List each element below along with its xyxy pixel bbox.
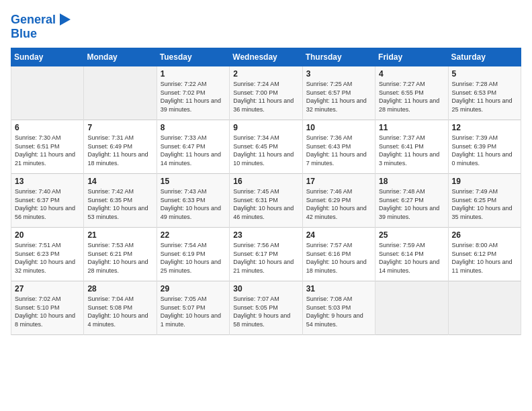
day-number: 16: [233, 177, 298, 186]
day-info: Sunrise: 7:42 AM Sunset: 6:35 PM Dayligh…: [87, 187, 152, 221]
day-info: Sunrise: 7:43 AM Sunset: 6:33 PM Dayligh…: [161, 187, 226, 221]
calendar-cell: 12Sunrise: 7:39 AM Sunset: 6:39 PM Dayli…: [448, 120, 521, 174]
day-number: 6: [15, 123, 80, 132]
calendar-container: General Blue SundayMondayTuesdayWednesda…: [0, 0, 532, 342]
day-header-friday: Friday: [375, 48, 448, 66]
day-info: Sunrise: 7:34 AM Sunset: 6:45 PM Dayligh…: [233, 134, 298, 167]
day-number: 27: [15, 284, 80, 293]
calendar-cell: 24Sunrise: 7:57 AM Sunset: 6:16 PM Dayli…: [302, 228, 375, 281]
day-info: Sunrise: 7:28 AM Sunset: 6:53 PM Dayligh…: [452, 80, 517, 113]
day-number: 1: [161, 69, 226, 79]
day-number: 9: [233, 123, 298, 132]
week-row-2: 6Sunrise: 7:30 AM Sunset: 6:51 PM Daylig…: [11, 120, 521, 174]
day-number: 22: [161, 230, 226, 240]
day-header-saturday: Saturday: [448, 48, 521, 66]
calendar-cell: 14Sunrise: 7:42 AM Sunset: 6:35 PM Dayli…: [84, 174, 157, 228]
calendar-cell: 22Sunrise: 7:54 AM Sunset: 6:19 PM Dayli…: [157, 228, 229, 281]
calendar-cell: [375, 281, 448, 335]
calendar-cell: [448, 281, 521, 335]
calendar-cell: [84, 66, 157, 120]
header: General Blue: [11, 11, 521, 41]
calendar-cell: 15Sunrise: 7:43 AM Sunset: 6:33 PM Dayli…: [157, 174, 229, 228]
calendar-cell: 3Sunrise: 7:25 AM Sunset: 6:57 PM Daylig…: [302, 66, 375, 120]
day-number: 29: [161, 284, 226, 293]
day-info: Sunrise: 7:08 AM Sunset: 5:03 PM Dayligh…: [306, 295, 371, 328]
day-number: 20: [15, 230, 80, 240]
day-info: Sunrise: 7:54 AM Sunset: 6:19 PM Dayligh…: [161, 241, 226, 275]
day-info: Sunrise: 7:46 AM Sunset: 6:29 PM Dayligh…: [306, 187, 371, 221]
day-number: 26: [452, 230, 517, 240]
calendar-table: SundayMondayTuesdayWednesdayThursdayFrid…: [11, 48, 521, 335]
day-info: Sunrise: 7:07 AM Sunset: 5:05 PM Dayligh…: [233, 295, 298, 328]
day-number: 2: [233, 69, 298, 79]
day-info: Sunrise: 7:51 AM Sunset: 6:23 PM Dayligh…: [15, 241, 80, 275]
day-info: Sunrise: 7:49 AM Sunset: 6:25 PM Dayligh…: [452, 187, 517, 221]
week-row-5: 27Sunrise: 7:02 AM Sunset: 5:10 PM Dayli…: [11, 281, 521, 335]
day-info: Sunrise: 7:39 AM Sunset: 6:39 PM Dayligh…: [452, 134, 517, 167]
week-row-3: 13Sunrise: 7:40 AM Sunset: 6:37 PM Dayli…: [11, 174, 521, 228]
day-info: Sunrise: 7:30 AM Sunset: 6:51 PM Dayligh…: [15, 134, 80, 167]
day-info: Sunrise: 7:02 AM Sunset: 5:10 PM Dayligh…: [15, 295, 80, 328]
day-number: 17: [306, 177, 371, 186]
calendar-cell: 31Sunrise: 7:08 AM Sunset: 5:03 PM Dayli…: [302, 281, 375, 335]
calendar-cell: [11, 66, 84, 120]
day-number: 4: [379, 69, 444, 79]
day-number: 21: [87, 230, 152, 240]
calendar-cell: 20Sunrise: 7:51 AM Sunset: 6:23 PM Dayli…: [11, 228, 84, 281]
calendar-cell: 16Sunrise: 7:45 AM Sunset: 6:31 PM Dayli…: [230, 174, 302, 228]
calendar-cell: 10Sunrise: 7:36 AM Sunset: 6:43 PM Dayli…: [302, 120, 375, 174]
calendar-cell: 18Sunrise: 7:48 AM Sunset: 6:27 PM Dayli…: [375, 174, 448, 228]
calendar-cell: 6Sunrise: 7:30 AM Sunset: 6:51 PM Daylig…: [11, 120, 84, 174]
calendar-cell: 17Sunrise: 7:46 AM Sunset: 6:29 PM Dayli…: [302, 174, 375, 228]
header-row: SundayMondayTuesdayWednesdayThursdayFrid…: [11, 48, 521, 66]
day-info: Sunrise: 7:05 AM Sunset: 5:07 PM Dayligh…: [161, 295, 226, 328]
calendar-cell: 1Sunrise: 7:22 AM Sunset: 7:02 PM Daylig…: [157, 66, 229, 120]
calendar-cell: 29Sunrise: 7:05 AM Sunset: 5:07 PM Dayli…: [157, 281, 229, 335]
logo-arrow-icon: [57, 12, 72, 27]
week-row-4: 20Sunrise: 7:51 AM Sunset: 6:23 PM Dayli…: [11, 228, 521, 281]
calendar-cell: 26Sunrise: 8:00 AM Sunset: 6:12 PM Dayli…: [448, 228, 521, 281]
day-number: 14: [87, 177, 152, 186]
day-info: Sunrise: 7:27 AM Sunset: 6:55 PM Dayligh…: [379, 80, 444, 113]
day-info: Sunrise: 7:24 AM Sunset: 7:00 PM Dayligh…: [233, 80, 298, 113]
day-info: Sunrise: 8:00 AM Sunset: 6:12 PM Dayligh…: [452, 241, 517, 275]
calendar-cell: 28Sunrise: 7:04 AM Sunset: 5:08 PM Dayli…: [84, 281, 157, 335]
day-info: Sunrise: 7:04 AM Sunset: 5:08 PM Dayligh…: [87, 295, 152, 328]
day-header-tuesday: Tuesday: [157, 48, 229, 66]
calendar-cell: 2Sunrise: 7:24 AM Sunset: 7:00 PM Daylig…: [230, 66, 302, 120]
day-number: 10: [306, 123, 371, 132]
day-info: Sunrise: 7:31 AM Sunset: 6:49 PM Dayligh…: [87, 134, 152, 167]
day-info: Sunrise: 7:45 AM Sunset: 6:31 PM Dayligh…: [233, 187, 298, 221]
calendar-cell: 7Sunrise: 7:31 AM Sunset: 6:49 PM Daylig…: [84, 120, 157, 174]
day-number: 13: [15, 177, 80, 186]
day-number: 12: [452, 123, 517, 132]
day-number: 31: [306, 284, 371, 293]
day-number: 19: [452, 177, 517, 186]
logo-blue: Blue: [11, 27, 37, 41]
day-info: Sunrise: 7:25 AM Sunset: 6:57 PM Dayligh…: [306, 80, 371, 113]
calendar-cell: 13Sunrise: 7:40 AM Sunset: 6:37 PM Dayli…: [11, 174, 84, 228]
day-number: 23: [233, 230, 298, 240]
day-info: Sunrise: 7:40 AM Sunset: 6:37 PM Dayligh…: [15, 187, 80, 221]
day-info: Sunrise: 7:36 AM Sunset: 6:43 PM Dayligh…: [306, 134, 371, 167]
logo: General Blue: [11, 11, 72, 41]
calendar-cell: 9Sunrise: 7:34 AM Sunset: 6:45 PM Daylig…: [230, 120, 302, 174]
day-number: 24: [306, 230, 371, 240]
calendar-cell: 30Sunrise: 7:07 AM Sunset: 5:05 PM Dayli…: [230, 281, 302, 335]
day-number: 7: [87, 123, 152, 132]
day-header-monday: Monday: [84, 48, 157, 66]
day-info: Sunrise: 7:56 AM Sunset: 6:17 PM Dayligh…: [233, 241, 298, 275]
day-info: Sunrise: 7:48 AM Sunset: 6:27 PM Dayligh…: [379, 187, 444, 221]
day-number: 11: [379, 123, 444, 132]
day-header-thursday: Thursday: [302, 48, 375, 66]
day-info: Sunrise: 7:59 AM Sunset: 6:14 PM Dayligh…: [379, 241, 444, 275]
week-row-1: 1Sunrise: 7:22 AM Sunset: 7:02 PM Daylig…: [11, 66, 521, 120]
day-number: 15: [161, 177, 226, 186]
day-header-wednesday: Wednesday: [230, 48, 302, 66]
calendar-cell: 8Sunrise: 7:33 AM Sunset: 6:47 PM Daylig…: [157, 120, 229, 174]
svg-marker-0: [60, 13, 71, 26]
calendar-cell: 23Sunrise: 7:56 AM Sunset: 6:17 PM Dayli…: [230, 228, 302, 281]
day-number: 28: [87, 284, 152, 293]
calendar-cell: 25Sunrise: 7:59 AM Sunset: 6:14 PM Dayli…: [375, 228, 448, 281]
calendar-cell: 5Sunrise: 7:28 AM Sunset: 6:53 PM Daylig…: [448, 66, 521, 120]
